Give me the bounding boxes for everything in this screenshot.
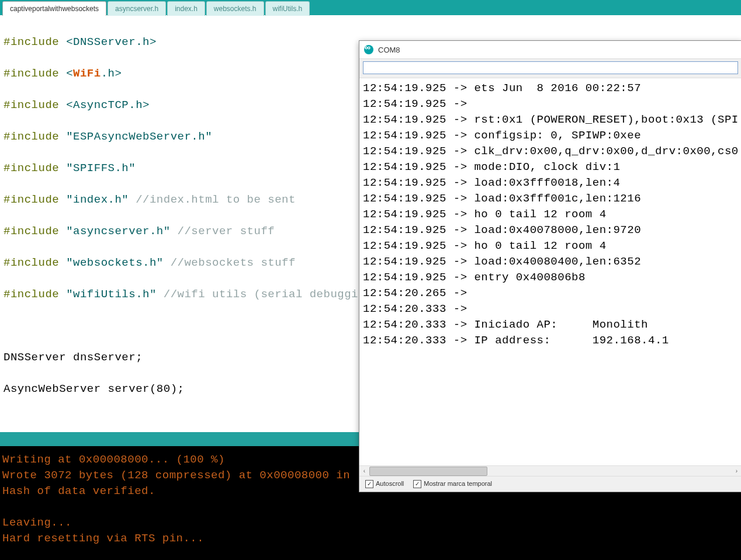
- tab-websockets[interactable]: websockets.h: [206, 1, 264, 16]
- tab-captiveportal[interactable]: captiveportalwithwebsockets: [2, 1, 106, 16]
- serial-horizontal-scrollbar[interactable]: ‹ ›: [359, 465, 741, 476]
- tab-wifiutils[interactable]: wifiUtils.h: [265, 1, 310, 16]
- scroll-left-icon[interactable]: ‹: [359, 466, 369, 476]
- tab-index[interactable]: index.h: [167, 1, 205, 16]
- serial-monitor-window: COM8 12:54:19.925 -> ets Jun 8 2016 00:2…: [359, 40, 741, 492]
- scroll-right-icon[interactable]: ›: [732, 466, 741, 476]
- checkbox-icon: ✓: [365, 480, 373, 488]
- tab-asyncserver[interactable]: asyncserver.h: [108, 1, 166, 16]
- serial-output[interactable]: 12:54:19.925 -> ets Jun 8 2016 00:22:57 …: [359, 78, 741, 465]
- serial-send-input[interactable]: [363, 61, 738, 74]
- scroll-thumb[interactable]: [369, 467, 487, 476]
- serial-title: COM8: [378, 46, 400, 54]
- autoscroll-checkbox[interactable]: ✓Autoscroll: [365, 480, 404, 488]
- serial-footer: ✓Autoscroll ✓Mostrar marca temporal: [359, 476, 741, 492]
- serial-titlebar[interactable]: COM8: [359, 41, 741, 59]
- tab-bar: captiveportalwithwebsockets asyncserver.…: [2, 1, 310, 15]
- timestamp-checkbox[interactable]: ✓Mostrar marca temporal: [413, 480, 492, 488]
- checkbox-icon: ✓: [413, 480, 421, 488]
- arduino-logo-icon: [364, 45, 373, 54]
- serial-input-row: [359, 59, 741, 78]
